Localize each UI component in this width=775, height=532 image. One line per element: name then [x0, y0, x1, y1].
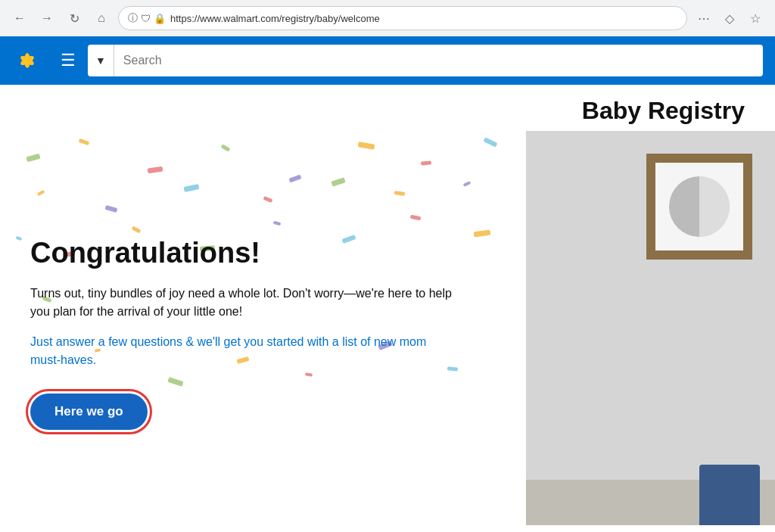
confetti-piece [289, 174, 302, 182]
confetti-piece [484, 137, 498, 147]
browser-chrome: ← → ↻ ⌂ ⓘ 🛡 🔒 https://www.walmart.com/re… [0, 0, 775, 36]
search-input[interactable] [114, 54, 763, 67]
confetti-piece [331, 177, 345, 186]
info-icon: ⓘ [128, 11, 138, 25]
confetti-piece [26, 154, 40, 162]
back-button[interactable]: ← [9, 8, 30, 29]
room-image [526, 131, 775, 525]
security-icons: ⓘ 🛡 🔒 [128, 11, 166, 25]
confetti-piece [79, 138, 90, 145]
confetti-piece [473, 230, 490, 238]
text-content: Congratulations! Turns out, tiny bundles… [30, 237, 496, 369]
right-panel-image [526, 131, 775, 525]
confetti-piece [184, 184, 200, 192]
congrats-heading: Congratulations! [30, 237, 496, 269]
confetti-piece [357, 142, 375, 150]
page-title-bar: Baby Registry [0, 85, 775, 131]
confetti-piece [263, 196, 272, 203]
confetti-piece [36, 190, 45, 196]
left-panel: Congratulations! Turns out, tiny bundles… [0, 131, 526, 525]
confetti-piece [104, 205, 117, 213]
address-bar[interactable]: ⓘ 🛡 🔒 https://www.walmart.com/registry/b… [118, 6, 687, 30]
pocket-button[interactable]: ◇ [719, 8, 740, 29]
search-category-dropdown[interactable]: ▼ [88, 45, 114, 76]
walmart-header: ☰ ▼ [0, 36, 775, 85]
confetti-piece [168, 377, 184, 387]
browser-toolbar: ← → ↻ ⌂ ⓘ 🛡 🔒 https://www.walmart.com/re… [0, 0, 775, 36]
dropdown-arrow-icon: ▼ [95, 54, 106, 67]
confetti-piece [15, 236, 22, 241]
main-area: Congratulations! Turns out, tiny bundles… [0, 131, 775, 525]
body-text: Turns out, tiny bundles of joy need a wh… [30, 285, 454, 321]
url-text: https://www.walmart.com/registry/baby/we… [170, 13, 677, 24]
search-container: ▼ [88, 45, 763, 76]
reload-button[interactable]: ↻ [64, 8, 85, 29]
page-content: Baby Registry Congratulations! Turns out… [0, 85, 775, 532]
here-we-go-button[interactable]: Here we go [30, 394, 148, 430]
home-button[interactable]: ⌂ [91, 8, 112, 29]
picture-frame [646, 154, 752, 260]
confetti-piece [220, 144, 230, 151]
confetti-piece [462, 181, 471, 187]
confetti-piece [394, 191, 406, 196]
hamburger-menu-button[interactable]: ☰ [54, 48, 82, 73]
walmart-spark-icon [12, 45, 42, 76]
person-legs [699, 465, 760, 525]
confetti-piece [131, 226, 141, 233]
confetti-piece [305, 372, 313, 377]
highlight-text: Just answer a few questions & we'll get … [30, 333, 454, 369]
forward-button[interactable]: → [36, 8, 58, 29]
cta-button-wrapper: Here we go [30, 394, 148, 430]
walmart-logo[interactable] [12, 45, 42, 76]
toolbar-right: ⋯ ◇ ☆ [693, 8, 766, 29]
confetti-piece [410, 215, 422, 221]
confetti-piece [273, 221, 282, 226]
lock-icon: 🔒 [154, 13, 166, 24]
confetti-piece [421, 160, 431, 165]
bookmark-button[interactable]: ☆ [745, 8, 766, 29]
confetti-piece [147, 166, 163, 174]
more-options-button[interactable]: ⋯ [693, 8, 714, 29]
shield-icon: 🛡 [141, 13, 151, 24]
page-title: Baby Registry [30, 97, 745, 125]
